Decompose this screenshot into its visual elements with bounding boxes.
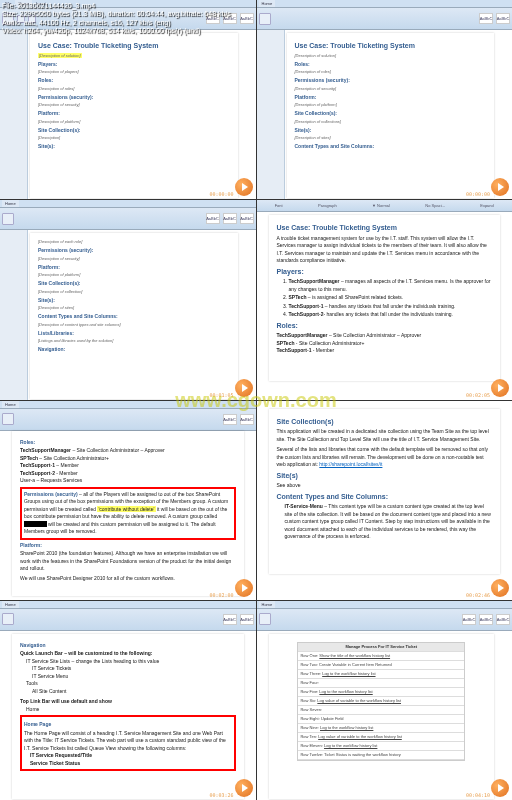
document[interactable]: Site Collection(s) This application will… [269, 409, 501, 574]
heading: Site Collection(s) [277, 417, 493, 428]
col-name: Service Ticket Status [30, 760, 232, 768]
meta-audio: Audio: aac, 44100 Hz, 2 channels, s16, 1… [2, 19, 231, 27]
list-item: TechSupportManager – manages all aspects… [289, 278, 493, 293]
role-line: TechSupportManager – Site Collection Adm… [277, 332, 493, 340]
tab[interactable]: Home [2, 401, 19, 408]
style-box[interactable]: AaBbC [240, 213, 254, 224]
document[interactable]: Use Case: Trouble Ticketing System A tro… [269, 215, 501, 380]
nav-pane[interactable] [257, 30, 285, 199]
style-box[interactable]: AaBbC [223, 213, 237, 224]
placeholder: [Description of sites] [295, 135, 487, 141]
role-line: TechSupportManager – Site Collection Adm… [20, 447, 236, 455]
placeholder: [Description] [38, 135, 230, 141]
heading: Site(s): [38, 143, 230, 151]
placeholder: [Description of platform] [38, 272, 230, 278]
paste-button[interactable] [2, 613, 14, 625]
document[interactable]: Navigation Quick Launch Bar – will be cu… [12, 634, 244, 799]
body-text: Top Link Bar will use default and show [20, 698, 236, 706]
ribbon-group[interactable]: No Spaci... [425, 203, 445, 208]
word-tabs: Home [257, 0, 513, 8]
body-text: See above [277, 482, 493, 490]
document[interactable]: Use Case: Trouble Ticketing System [Desc… [287, 33, 495, 198]
style-box[interactable]: AaBbC [479, 614, 493, 625]
style-box[interactable]: AaBbC [496, 13, 510, 24]
tab[interactable]: Home [259, 601, 276, 608]
heading: Roles: [277, 321, 493, 332]
highlighted-text: 'contribute without delete' [97, 506, 155, 512]
body-text: SharePoint 2010 (the foundation features… [20, 550, 236, 573]
body-text: This application will be created in a de… [277, 428, 493, 443]
tab[interactable]: Home [2, 601, 19, 608]
style-box[interactable]: AaBbC [240, 13, 254, 24]
timestamp: 00:02:46 [466, 592, 490, 598]
style-box[interactable]: AaBbC [240, 414, 254, 425]
document[interactable]: Roles: TechSupportManager – Site Collect… [12, 431, 244, 596]
play-icon[interactable] [235, 579, 253, 597]
play-icon[interactable] [491, 379, 509, 397]
style-box[interactable]: AaBbC [223, 614, 237, 625]
list-item: IT-Service-Menu – This content type will… [285, 503, 493, 541]
heading: Use Case: Trouble Ticketing System [277, 223, 493, 234]
placeholder: [Description of content types and site c… [38, 322, 230, 328]
timestamp: 00:02:00 [209, 592, 233, 598]
highlighted-section: Permissions (security) – all of the Play… [20, 487, 236, 540]
paste-button[interactable] [259, 13, 271, 25]
play-icon[interactable] [491, 178, 509, 196]
ribbon-group[interactable]: Expand [480, 203, 494, 208]
ribbon-group: Font [275, 203, 283, 208]
word-ribbon: AaBbC AaBbC [0, 609, 256, 631]
style-box[interactable]: AaBbC [479, 13, 493, 24]
style-box[interactable]: AaBbC [223, 414, 237, 425]
paste-button[interactable] [2, 413, 14, 425]
play-icon[interactable] [235, 178, 253, 196]
paste-button[interactable] [259, 613, 271, 625]
heading: Roles: [38, 77, 230, 85]
style-box[interactable]: AaBbC [206, 213, 220, 224]
url-link[interactable]: http://sharepoint.local/sites/it [319, 461, 382, 467]
tab[interactable]: Home [259, 0, 276, 7]
heading: Platform: [295, 94, 487, 102]
meta-size: Size: 22995050 bytes (21.3 MiB), duratio… [2, 10, 231, 18]
style-box[interactable]: AaBbC [496, 614, 510, 625]
timestamp: 00:00:00 [466, 191, 490, 197]
placeholder: [Description of security] [295, 86, 487, 92]
nav-pane[interactable] [0, 30, 28, 199]
play-icon[interactable] [491, 579, 509, 597]
style-box[interactable]: AaBbC [462, 614, 476, 625]
heading: Site Collection(s): [38, 280, 230, 288]
nav-pane[interactable] [0, 230, 28, 399]
style-box[interactable]: AaBbC [240, 614, 254, 625]
heading: Platform: [38, 110, 230, 118]
placeholder: [Description of platform] [38, 119, 230, 125]
timestamp: 00:04:10 [466, 792, 490, 798]
role-line: SPTech - Site Collection Administrator+ [277, 340, 493, 348]
heading: Site(s) [277, 471, 493, 482]
heading: Roles: [295, 61, 487, 69]
heading: Content Types and Site Columns: [277, 492, 493, 503]
table-row: Row Three: Log to the workflow history l… [298, 670, 464, 679]
heading: Use Case: Trouble Ticketing System [295, 41, 487, 52]
placeholder: [Description of players] [38, 69, 230, 75]
table-row: Row Four: [298, 679, 464, 688]
heading: Players: [38, 61, 230, 69]
document[interactable]: Manage Process For IT Service Ticket Row… [269, 634, 495, 799]
play-icon[interactable] [491, 779, 509, 797]
table-row: Row Eleven: Log to the workflow history … [298, 742, 464, 751]
list-item: TechSupport-1 – handles any tickets that… [289, 303, 493, 311]
word-tabs: Home [0, 200, 256, 208]
role-line: TechSupport-1 – Member [20, 462, 236, 470]
document[interactable]: Use Case: Trouble Ticketing System [Desc… [30, 33, 238, 198]
tab[interactable]: Home [2, 200, 19, 207]
thumb-3: Home AaBbC AaBbC AaBbC [Description of e… [0, 200, 256, 399]
play-icon[interactable] [235, 379, 253, 397]
word-tabs: Home [0, 601, 256, 609]
table-row: Row Ten: Log value of variable to the wo… [298, 733, 464, 742]
placeholder: [Description of each role] [38, 239, 230, 245]
paste-button[interactable] [2, 213, 14, 225]
list-item: SPTech – is assigned all SharePoint rela… [289, 294, 493, 302]
ribbon-group[interactable]: ▼ Normal [372, 203, 390, 208]
table-row: Row Twelve: Ticket Status is waiting the… [298, 751, 464, 760]
placeholder: [Description of roles] [38, 86, 230, 92]
play-icon[interactable] [235, 779, 253, 797]
document[interactable]: [Description of each role] Permissions (… [30, 233, 238, 398]
